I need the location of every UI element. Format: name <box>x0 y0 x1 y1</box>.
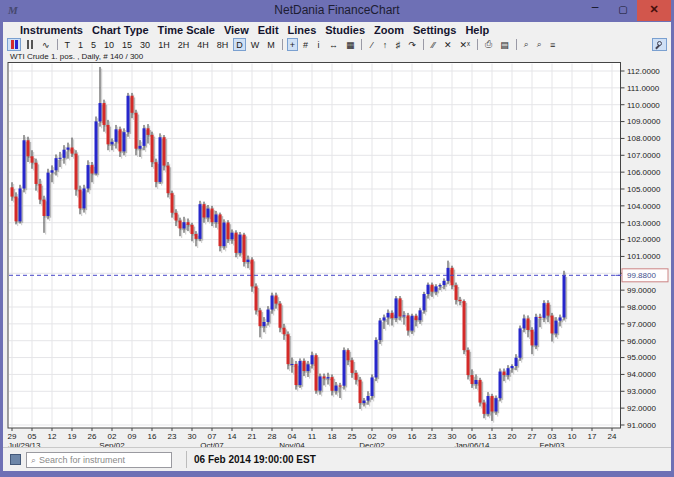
quote-panel-button[interactable]: ▦ <box>343 38 358 51</box>
app-window: M NetDania FinanceChart – ▢ ✕ Instrument… <box>0 0 674 477</box>
svg-text:14: 14 <box>228 432 237 441</box>
svg-text:110.0000: 110.0000 <box>627 101 660 110</box>
svg-text:23: 23 <box>168 432 177 441</box>
svg-text:02: 02 <box>108 432 117 441</box>
svg-text:99.0000: 99.0000 <box>627 286 656 295</box>
toolbar-separator <box>361 39 362 50</box>
current-price-label: 99.8800 <box>616 269 669 282</box>
search-icon: ⌕ <box>27 455 39 466</box>
svg-text:97.0000: 97.0000 <box>627 320 656 329</box>
zoom-range-button[interactable]: ≡ <box>547 38 558 51</box>
freehand-draw-button[interactable]: ↷ <box>405 38 419 51</box>
minimize-button[interactable]: – <box>582 0 608 21</box>
timescale-8h-button[interactable]: 8H <box>214 38 232 51</box>
menu-edit[interactable]: Edit <box>258 24 279 36</box>
status-bar: ⌕ 06 Feb 2014 19:00:00 EST <box>0 447 674 471</box>
timescale-1h-button[interactable]: 1H <box>155 38 173 51</box>
toolbar-separator <box>423 39 424 50</box>
ohlc-bar-chart-button[interactable] <box>23 38 37 51</box>
svg-text:29: 29 <box>8 432 17 441</box>
svg-text:27: 27 <box>528 432 537 441</box>
svg-text:103.0000: 103.0000 <box>627 219 661 228</box>
svg-text:17: 17 <box>588 432 597 441</box>
parallel-lines-button[interactable]: ⁄⁄ <box>428 38 439 51</box>
timescale-5m-button[interactable]: 5 <box>88 38 99 51</box>
menu-zoom[interactable]: Zoom <box>374 24 404 36</box>
bar-glyph <box>27 40 29 49</box>
svg-text:18: 18 <box>328 432 337 441</box>
timescale-tick-button[interactable]: T <box>62 38 74 51</box>
timescale-weekly-button[interactable]: W <box>248 38 263 51</box>
timescale-4h-button[interactable]: 4H <box>194 38 212 51</box>
timescale-10m-button[interactable]: 10 <box>101 38 117 51</box>
vertical-line-button[interactable]: ↑ <box>379 38 390 51</box>
menu-settings[interactable]: Settings <box>413 24 456 36</box>
svg-text:13: 13 <box>488 432 497 441</box>
delete-line-button[interactable]: ✕ <box>441 38 455 51</box>
timescale-1m-button[interactable]: 1 <box>75 38 86 51</box>
svg-text:28: 28 <box>268 432 277 441</box>
info-button[interactable]: i <box>313 38 324 51</box>
candlestick-chart-button[interactable] <box>7 38 21 51</box>
svg-text:20: 20 <box>508 432 517 441</box>
menu-help[interactable]: Help <box>465 24 489 36</box>
svg-text:12: 12 <box>48 432 57 441</box>
crosshair-button[interactable]: + <box>287 38 298 51</box>
horizontal-scale-button[interactable]: ↔ <box>326 38 341 51</box>
svg-text:102.0000: 102.0000 <box>627 235 661 244</box>
svg-text:16: 16 <box>148 432 157 441</box>
status-separator <box>186 451 187 468</box>
svg-text:94.0000: 94.0000 <box>627 370 656 379</box>
close-button[interactable]: ✕ <box>637 0 671 21</box>
menu-time-scale[interactable]: Time Scale <box>158 24 215 36</box>
menu-view[interactable]: View <box>224 24 249 36</box>
svg-text:03: 03 <box>548 432 557 441</box>
zoom-in-button[interactable]: ⌕ <box>521 38 532 51</box>
menu-bar: InstrumentsChart TypeTime ScaleViewEditL… <box>0 22 674 37</box>
timescale-15m-button[interactable]: 15 <box>119 38 135 51</box>
timescale-2h-button[interactable]: 2H <box>175 38 193 51</box>
grid-button[interactable]: # <box>300 38 311 51</box>
svg-text:109.0000: 109.0000 <box>627 117 661 126</box>
svg-text:112.0000: 112.0000 <box>627 67 660 76</box>
delete-all-lines-button[interactable]: ✕ˣ <box>457 38 474 51</box>
instrument-search-input[interactable] <box>39 455 157 465</box>
svg-text:09: 09 <box>388 432 397 441</box>
svg-text:30: 30 <box>188 432 197 441</box>
svg-text:19: 19 <box>68 432 77 441</box>
zoom-out-button[interactable]: ⌕ <box>534 38 545 51</box>
svg-text:02: 02 <box>368 432 377 441</box>
svg-text:30: 30 <box>448 432 457 441</box>
svg-text:99.8800: 99.8800 <box>627 271 656 280</box>
menu-studies[interactable]: Studies <box>325 24 365 36</box>
svg-text:25: 25 <box>348 432 357 441</box>
candlestick-chart[interactable]: 91.000092.000093.000094.000095.000096.00… <box>0 62 674 447</box>
svg-text:09: 09 <box>128 432 137 441</box>
time-axis: 29Jul/29/130512192602Sep/020916233007Oct… <box>8 428 617 447</box>
fibonacci-button[interactable]: ♯ <box>392 38 403 51</box>
chart-area[interactable]: 91.000092.000093.000094.000095.000096.00… <box>0 62 674 447</box>
print-preview-button[interactable]: ▤ <box>497 38 512 51</box>
trendline-button[interactable]: ⁄ <box>366 38 377 51</box>
menu-lines[interactable]: Lines <box>288 24 317 36</box>
svg-text:106.0000: 106.0000 <box>627 168 661 177</box>
timescale-daily-button[interactable]: D <box>233 38 246 51</box>
status-timestamp: 06 Feb 2014 19:00:00 EST <box>194 454 316 465</box>
svg-text:93.0000: 93.0000 <box>627 387 656 396</box>
svg-text:111.0000: 111.0000 <box>627 84 660 93</box>
pin-button[interactable] <box>652 38 667 51</box>
maximize-button[interactable]: ▢ <box>610 0 636 21</box>
svg-text:04: 04 <box>288 432 297 441</box>
svg-text:92.0000: 92.0000 <box>627 404 656 413</box>
svg-text:10: 10 <box>568 432 577 441</box>
svg-text:96.0000: 96.0000 <box>627 337 656 346</box>
timescale-30m-button[interactable]: 30 <box>137 38 153 51</box>
toolbar-separator <box>282 39 283 50</box>
svg-text:23: 23 <box>428 432 437 441</box>
title-bar: M NetDania FinanceChart – ▢ ✕ <box>0 0 674 22</box>
menu-instruments[interactable]: Instruments <box>20 24 83 36</box>
timescale-monthly-button[interactable]: M <box>264 38 278 51</box>
line-chart-button[interactable]: ∿ <box>39 38 53 51</box>
print-button[interactable]: ⎙ <box>482 38 495 51</box>
menu-chart-type[interactable]: Chart Type <box>92 24 149 36</box>
